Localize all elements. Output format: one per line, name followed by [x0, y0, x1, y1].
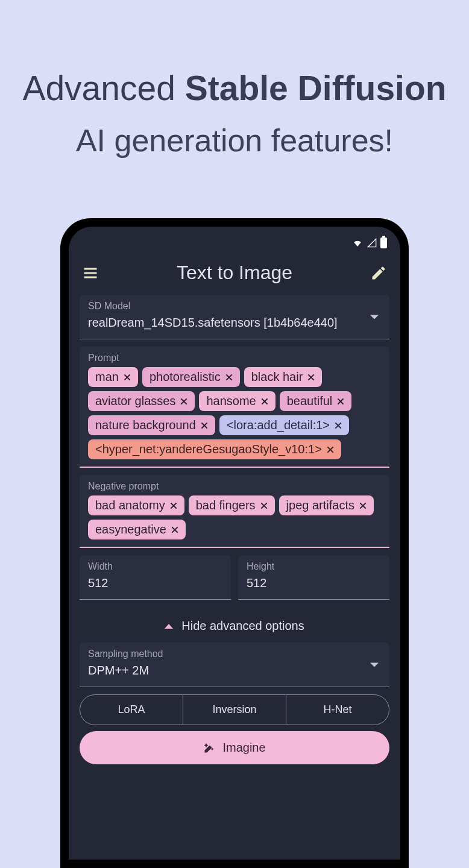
close-icon[interactable]	[259, 501, 269, 511]
width-label: Width	[88, 561, 222, 572]
negative-prompt-label: Negative prompt	[88, 481, 381, 492]
prompt-chip[interactable]: hansome	[199, 391, 275, 411]
menu-icon[interactable]	[82, 265, 99, 281]
chip-label: bad fingers	[196, 498, 256, 512]
app-topbar: Text to Image	[69, 254, 400, 295]
sd-model-select[interactable]: SD Model realDream_14SD15.safetensors [1…	[80, 295, 389, 339]
status-bar	[69, 227, 400, 254]
close-icon[interactable]	[306, 373, 316, 382]
negative-chip[interactable]: jpeg artifacts	[279, 495, 374, 515]
chip-label: black hair	[251, 370, 303, 384]
chip-label: jpeg artifacts	[286, 498, 354, 512]
battery-icon	[380, 237, 387, 248]
phone-frame: Text to Image SD Model realDream_14SD15.…	[60, 218, 409, 868]
chip-label: aviator glasses	[95, 394, 175, 408]
sd-model-value: realDream_14SD15.safetensors [1b4b64e440…	[88, 314, 381, 332]
tab-inversion[interactable]: Inversion	[183, 695, 286, 725]
wifi-icon	[351, 238, 364, 248]
close-icon[interactable]	[326, 445, 335, 454]
signal-icon	[367, 238, 377, 248]
prompt-chip[interactable]: man	[88, 367, 138, 387]
prompt-chip[interactable]: nature background	[88, 415, 215, 435]
toggle-advanced-label: Hide advanced options	[181, 619, 304, 633]
prompt-chip[interactable]: <hyper_net:yandereGesugaoStyle_v10:1>	[88, 439, 341, 459]
close-icon[interactable]	[169, 501, 178, 511]
prompt-chip[interactable]: aviator glasses	[88, 391, 195, 411]
width-value: 512	[88, 574, 222, 592]
close-icon[interactable]	[260, 397, 269, 406]
chip-label: man	[95, 370, 119, 384]
wand-icon	[203, 742, 215, 754]
sampling-label: Sampling method	[88, 649, 381, 659]
close-icon[interactable]	[333, 421, 343, 430]
chip-label: photorealistic	[150, 370, 221, 384]
headline-part-2: AI generation features!	[0, 122, 469, 159]
imagine-label: Imagine	[222, 741, 265, 755]
negative-prompt-field[interactable]: Negative prompt bad anatomybad fingersjp…	[80, 475, 389, 548]
chip-label: beautiful	[287, 394, 333, 408]
prompt-chip-list: manphotorealisticblack hairaviator glass…	[88, 367, 381, 459]
marketing-headline: Advanced Stable Diffusion AI generation …	[0, 0, 469, 159]
width-input[interactable]: Width 512	[80, 555, 231, 600]
height-value: 512	[247, 574, 381, 592]
headline-part-1: Advanced	[22, 69, 184, 107]
prompt-chip[interactable]: beautiful	[280, 391, 352, 411]
chevron-down-icon	[370, 315, 379, 319]
chevron-up-icon	[165, 624, 173, 629]
edit-icon[interactable]	[370, 265, 387, 281]
prompt-field[interactable]: Prompt manphotorealisticblack hairaviato…	[80, 347, 389, 468]
sampling-value: DPM++ 2M	[88, 662, 381, 679]
chip-label: nature background	[95, 418, 196, 432]
close-icon[interactable]	[170, 525, 180, 535]
negative-chip[interactable]: easynegative	[88, 520, 186, 539]
close-icon[interactable]	[224, 373, 234, 382]
prompt-label: Prompt	[88, 353, 381, 363]
negative-chip-list: bad anatomybad fingersjpeg artifactseasy…	[88, 495, 381, 539]
negative-chip[interactable]: bad fingers	[189, 495, 275, 515]
sampling-method-select[interactable]: Sampling method DPM++ 2M	[80, 643, 389, 687]
chip-label: bad anatomy	[95, 498, 165, 512]
chip-label: easynegative	[95, 523, 166, 536]
height-input[interactable]: Height 512	[238, 555, 389, 600]
prompt-chip[interactable]: black hair	[244, 367, 323, 387]
tab-bar: LoRAInversionH-Net	[80, 694, 389, 725]
tab-h-net[interactable]: H-Net	[286, 695, 389, 725]
prompt-chip[interactable]: photorealistic	[142, 367, 240, 387]
imagine-button[interactable]: Imagine	[80, 731, 389, 764]
tab-lora[interactable]: LoRA	[80, 695, 183, 725]
phone-screen: Text to Image SD Model realDream_14SD15.…	[69, 227, 400, 860]
chevron-down-icon	[370, 662, 379, 667]
chip-label: <lora:add_detail:1>	[227, 418, 330, 432]
negative-chip[interactable]: bad anatomy	[88, 495, 184, 515]
headline-part-1-bold: Stable Diffusion	[185, 69, 447, 107]
height-label: Height	[247, 561, 381, 572]
close-icon[interactable]	[200, 421, 209, 430]
close-icon[interactable]	[179, 397, 189, 406]
page-title: Text to Image	[177, 262, 292, 284]
toggle-advanced-options[interactable]: Hide advanced options	[80, 607, 389, 643]
chip-label: <hyper_net:yandereGesugaoStyle_v10:1>	[95, 442, 322, 456]
close-icon[interactable]	[336, 397, 345, 406]
sd-model-label: SD Model	[88, 301, 381, 312]
prompt-chip[interactable]: <lora:add_detail:1>	[219, 415, 349, 435]
close-icon[interactable]	[122, 373, 132, 382]
close-icon[interactable]	[358, 501, 368, 511]
chip-label: hansome	[206, 394, 256, 408]
